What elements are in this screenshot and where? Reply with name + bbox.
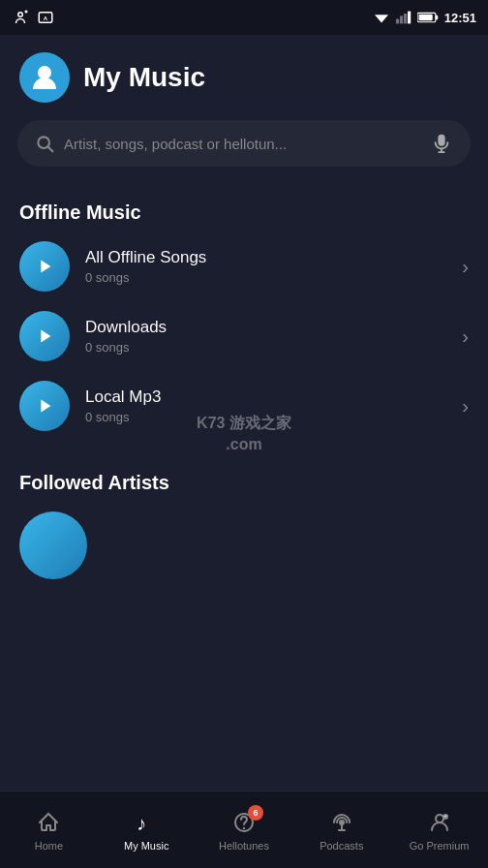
nav-item-go-premium[interactable]: Go Premium [390, 801, 488, 859]
avatar[interactable] [19, 52, 70, 103]
downloads-count: 0 songs [85, 340, 462, 355]
all-offline-songs-label: All Offline Songs [85, 248, 462, 267]
svg-line-15 [48, 147, 53, 152]
list-item-text: All Offline Songs 0 songs [85, 248, 462, 285]
wifi-icon [373, 11, 390, 24]
all-offline-songs-count: 0 songs [85, 270, 462, 285]
mic-icon[interactable] [430, 132, 453, 155]
music-icon: ♪ [133, 809, 160, 836]
search-input[interactable] [64, 136, 420, 152]
play-downloads-button[interactable] [19, 311, 70, 361]
chevron-icon: › [462, 395, 469, 418]
svg-point-0 [18, 13, 23, 17]
status-bar-right: 12:51 [373, 11, 476, 25]
status-bar-left: A [12, 9, 54, 26]
nav-item-my-music[interactable]: ♪ My Music [98, 801, 196, 859]
svg-rect-16 [438, 135, 444, 146]
play-all-offline-button[interactable] [19, 241, 70, 292]
downloads-label: Downloads [85, 318, 462, 337]
svg-point-24 [243, 826, 245, 828]
app-icon-2: A [37, 9, 54, 26]
chevron-icon: › [462, 326, 469, 348]
nav-home-label: Home [35, 840, 63, 852]
list-item-text: Local Mp3 0 songs [85, 388, 462, 424]
svg-marker-21 [41, 400, 50, 413]
svg-text:A: A [44, 16, 48, 21]
list-item-downloads[interactable]: Downloads 0 songs › [0, 301, 488, 371]
page-title: My Music [83, 62, 205, 93]
local-mp3-count: 0 songs [85, 410, 462, 424]
time-display: 12:51 [444, 11, 476, 25]
premium-icon [426, 809, 453, 836]
page-header: My Music [0, 35, 488, 116]
app-icon-1 [12, 9, 29, 26]
list-item-text: Downloads 0 songs [85, 318, 462, 355]
nav-podcasts-label: Podcasts [320, 840, 363, 852]
svg-marker-20 [41, 330, 50, 343]
bottom-nav: Home ♪ My Music 6 Hellotunes [0, 790, 488, 868]
svg-rect-7 [400, 16, 403, 23]
svg-rect-8 [404, 14, 407, 23]
svg-marker-19 [41, 261, 50, 273]
svg-point-28 [436, 815, 443, 822]
list-item-local-mp3[interactable]: Local Mp3 0 songs › [0, 371, 488, 441]
hellotunes-icon: 6 [230, 809, 258, 836]
search-icon [35, 134, 54, 153]
status-bar: A 12:51 [0, 0, 488, 35]
home-icon [35, 809, 62, 836]
svg-rect-12 [418, 15, 432, 20]
svg-text:♪: ♪ [137, 813, 146, 834]
chevron-icon: › [462, 256, 469, 278]
hellotunes-badge: 6 [248, 805, 263, 821]
search-container [0, 116, 488, 184]
svg-rect-6 [396, 19, 399, 24]
svg-point-13 [38, 66, 51, 79]
battery-icon [417, 11, 439, 24]
followed-artists-title: Followed Artists [0, 454, 488, 502]
nav-hellotunes-label: Hellotunes [219, 840, 269, 852]
nav-item-home[interactable]: Home [0, 801, 98, 859]
play-local-mp3-button[interactable] [19, 381, 70, 431]
artist-avatar [19, 512, 87, 579]
svg-marker-5 [375, 15, 388, 22]
nav-item-hellotunes[interactable]: 6 Hellotunes [196, 801, 293, 859]
svg-rect-9 [408, 12, 411, 24]
list-item-all-offline[interactable]: All Offline Songs 0 songs › [0, 232, 488, 301]
nav-item-podcasts[interactable]: Podcasts [292, 801, 390, 859]
nav-my-music-label: My Music [124, 840, 168, 852]
svg-rect-11 [436, 16, 438, 20]
nav-go-premium-label: Go Premium [410, 840, 470, 852]
local-mp3-label: Local Mp3 [85, 388, 462, 407]
offline-section-title: Offline Music [0, 184, 488, 232]
search-bar [17, 120, 471, 167]
podcasts-icon [328, 809, 355, 836]
signal-icon [396, 11, 412, 24]
artist-preview [0, 502, 488, 589]
followed-artists-section: Followed Artists [0, 441, 488, 589]
